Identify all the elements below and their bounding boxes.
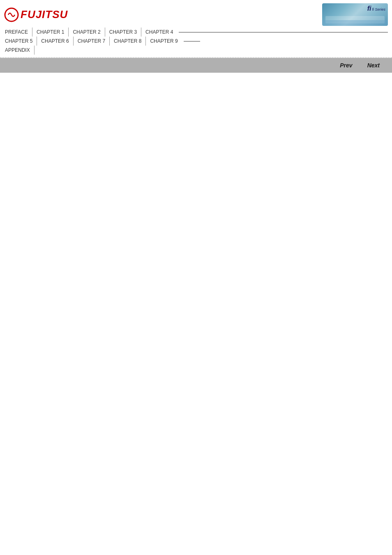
nav-chapter2[interactable]: CHAPTER 2 — [69, 28, 105, 37]
wave-decoration — [322, 20, 388, 26]
fujitsu-logo: FUJITSU — [4, 7, 68, 22]
navigation-section: PREFACE CHAPTER 1 CHAPTER 2 CHAPTER 3 CH… — [0, 28, 392, 55]
nav-row-2: CHAPTER 5 CHAPTER 6 CHAPTER 7 CHAPTER 8 … — [4, 37, 388, 46]
nav-chapter7[interactable]: CHAPTER 7 — [74, 37, 110, 46]
fujitsu-logo-text: FUJITSU — [21, 8, 68, 21]
nav-line-2 — [184, 41, 200, 41]
main-content — [0, 73, 392, 442]
next-button[interactable]: Next — [360, 60, 387, 70]
nav-row-1: PREFACE CHAPTER 1 CHAPTER 2 CHAPTER 3 CH… — [4, 28, 388, 37]
prev-button[interactable]: Prev — [332, 60, 360, 70]
nav-chapter4[interactable]: CHAPTER 4 — [141, 28, 177, 37]
page-header: FUJITSU fi fi Series — [0, 0, 392, 28]
bottom-navigation-bar: Prev Next — [0, 58, 392, 73]
nav-row2-right — [182, 41, 388, 41]
nav-chapter6[interactable]: CHAPTER 6 — [37, 37, 73, 46]
nav-preface[interactable]: PREFACE — [4, 28, 32, 37]
nav-chapter3[interactable]: CHAPTER 3 — [105, 28, 141, 37]
nav-chapter1[interactable]: CHAPTER 1 — [32, 28, 69, 37]
nav-chapter9[interactable]: CHAPTER 9 — [146, 37, 182, 46]
nav-chapter8[interactable]: CHAPTER 8 — [110, 37, 146, 46]
nav-appendix[interactable]: APPENDIX — [4, 46, 35, 55]
nav-line-1 — [179, 32, 388, 32]
fi-series-text: fi — [367, 5, 371, 12]
nav-chapter5[interactable]: CHAPTER 5 — [4, 37, 37, 46]
nav-row1-right — [177, 32, 388, 32]
fi-series-logo: fi fi Series — [322, 3, 388, 26]
nav-row-3: APPENDIX — [4, 46, 388, 55]
fujitsu-logo-icon — [4, 7, 19, 22]
fi-series-label: fi Series — [372, 7, 385, 12]
